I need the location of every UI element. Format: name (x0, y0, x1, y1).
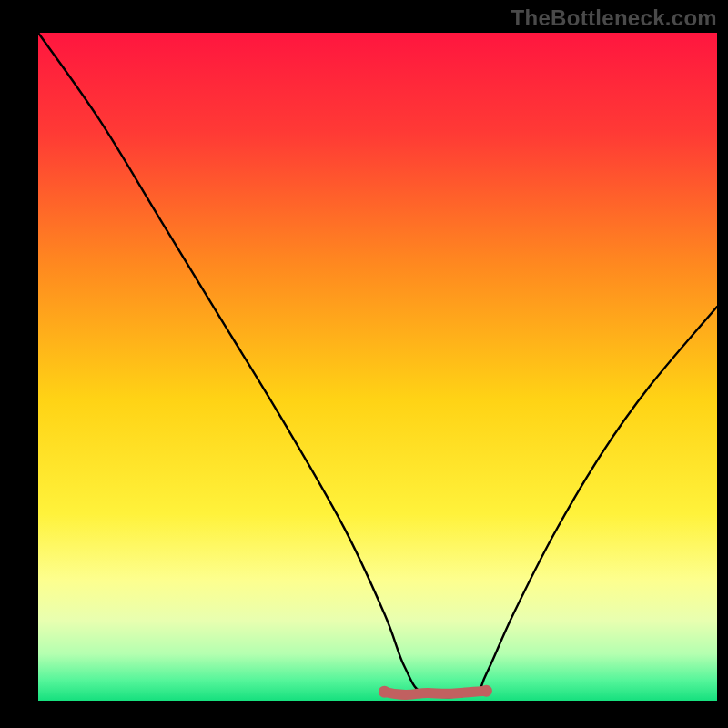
optimal-range-highlight (384, 691, 486, 694)
watermark-text: TheBottleneck.com (511, 5, 717, 31)
chart-frame: TheBottleneck.com (0, 0, 728, 728)
bottleneck-chart (0, 0, 728, 728)
optimal-range-start-marker (379, 686, 390, 698)
optimal-range-end-marker (480, 685, 492, 697)
